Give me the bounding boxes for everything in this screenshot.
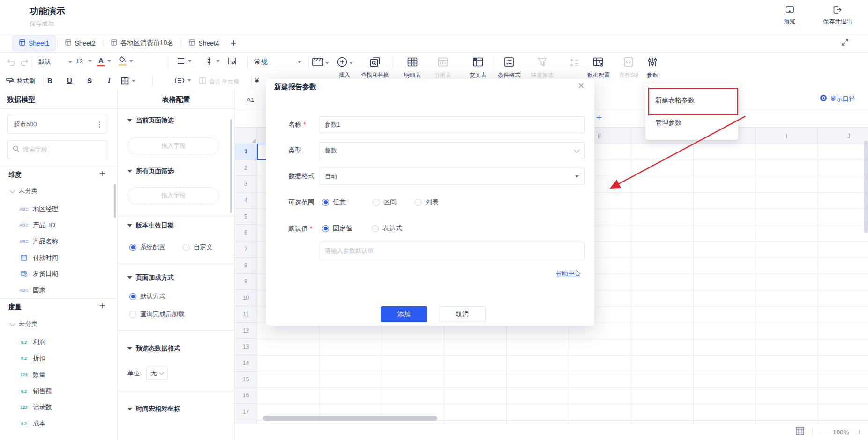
show-caliber-button[interactable]: 显示口径 <box>820 94 855 103</box>
version-option-自定义[interactable]: 自定义 <box>183 243 213 251</box>
freeze-button[interactable] <box>306 56 334 71</box>
add-parameter-button[interactable]: + <box>596 112 602 123</box>
add-dimension-button[interactable]: + <box>99 168 105 179</box>
sidebar-scrollbar[interactable] <box>114 184 116 218</box>
row-header-15[interactable]: 15 <box>235 372 257 388</box>
close-icon[interactable]: × <box>576 80 587 92</box>
row-header-17[interactable]: 17 <box>235 404 257 420</box>
config-scrollbar[interactable] <box>230 119 232 213</box>
row-header-8[interactable]: 8 <box>235 258 257 274</box>
row-header-9[interactable]: 9 <box>235 274 257 290</box>
default-option-表达式[interactable]: 表达式 <box>372 224 402 233</box>
fill-color-button[interactable] <box>119 56 133 66</box>
font-color-button[interactable]: A <box>97 56 111 66</box>
range-option-列表[interactable]: 列表 <box>415 198 439 206</box>
section-current-page-filter[interactable]: 当前页面筛选 <box>127 116 174 125</box>
field-item-国家[interactable]: ABC国家 <box>0 282 114 299</box>
measure-group-toggle[interactable]: 未分类 <box>10 320 38 328</box>
name-input[interactable]: 参数1 <box>319 116 585 133</box>
column-header-J[interactable]: J <box>818 128 868 144</box>
row-header-1[interactable]: 1 <box>235 144 257 160</box>
column-header-I[interactable]: I <box>756 128 818 144</box>
row-header-10[interactable]: 10 <box>235 290 257 306</box>
tab-Sheet2[interactable]: Sheet2 <box>59 36 102 51</box>
row-header-2[interactable]: 2 <box>235 160 257 176</box>
menu-item-管理参数[interactable]: 管理参数 <box>645 113 738 133</box>
merge-cells-button[interactable]: 合并单元格 <box>209 77 239 86</box>
conditional-format-button[interactable]: 条件格式 <box>495 56 523 79</box>
add-button[interactable]: 添加 <box>381 306 427 322</box>
version-option-系统配置[interactable]: 系统配置 <box>129 243 165 251</box>
loading-option-查询完成后加载[interactable]: 查询完成后加载 <box>129 310 185 319</box>
grid-toggle-icon[interactable] <box>795 426 805 438</box>
indent-button[interactable] <box>174 77 191 84</box>
drop-field-zone[interactable]: 拖入字段 <box>128 187 219 204</box>
add-measure-button[interactable]: + <box>99 300 105 311</box>
save-exit-button[interactable]: 保存并退出 <box>823 5 853 26</box>
zoom-in-button[interactable]: + <box>856 427 861 437</box>
find-replace-button[interactable]: 查找和替换 <box>361 56 389 79</box>
vertical-scrollbar[interactable] <box>864 141 868 233</box>
field-item-付款时间[interactable]: 付款时间 <box>0 250 114 266</box>
format-painter-button[interactable]: 格式刷 <box>6 77 35 85</box>
cross-table-button[interactable]: 交叉表 <box>464 56 492 79</box>
horizontal-scrollbar[interactable] <box>263 416 437 421</box>
params-button[interactable]: 参数 <box>638 56 666 79</box>
row-header-13[interactable]: 13 <box>235 339 257 355</box>
row-header-14[interactable]: 14 <box>235 355 257 372</box>
field-item-发货日期[interactable]: 发货日期 <box>0 266 114 282</box>
section-time-macro[interactable]: 时间宏相对坐标 <box>127 405 180 413</box>
row-header-7[interactable]: 7 <box>235 241 257 258</box>
field-item-销售额[interactable]: 0.2销售额 <box>0 383 114 399</box>
help-center-link[interactable]: 帮助中心 <box>556 269 580 278</box>
row-header-12[interactable]: 12 <box>235 323 257 339</box>
range-option-任意[interactable]: 任意 <box>322 198 346 206</box>
row-header-3[interactable]: 3 <box>235 176 257 192</box>
group-table-button[interactable]: 分组表 <box>429 56 457 79</box>
section-preview-format[interactable]: 预览态数据格式 <box>127 344 180 353</box>
font-family-select[interactable]: 默认 <box>38 58 72 66</box>
undo-icon[interactable] <box>7 58 16 68</box>
field-item-地区经理[interactable]: ABC地区经理 <box>0 201 114 217</box>
format-select[interactable]: 自动 <box>319 168 585 185</box>
section-page-loading[interactable]: 页面加载方式 <box>127 273 174 282</box>
detail-table-button[interactable]: 明细表 <box>398 56 427 79</box>
row-header-11[interactable]: 11 <box>235 306 257 323</box>
dimension-group-toggle[interactable]: 未分类 <box>10 187 38 195</box>
field-search-input[interactable]: 搜索字段 <box>7 140 107 159</box>
row-header-16[interactable]: 16 <box>235 388 257 404</box>
wrap-text-icon[interactable] <box>227 57 237 67</box>
default-value-input[interactable]: 请输入参数默认值 <box>319 243 585 259</box>
select-all-corner[interactable] <box>235 128 257 144</box>
field-item-产品名称[interactable]: ABC产品名称 <box>0 233 114 250</box>
dataset-select[interactable]: 超市500 <box>7 115 107 134</box>
drop-field-zone[interactable]: 拖入字段 <box>128 137 219 154</box>
field-item-利润[interactable]: 0.2利润 <box>0 334 114 350</box>
font-size-select[interactable]: 12 <box>76 58 92 65</box>
zoom-out-button[interactable]: − <box>820 427 825 437</box>
kebab-menu-icon[interactable] <box>98 121 101 129</box>
bold-button[interactable]: B <box>47 76 52 84</box>
expand-icon[interactable] <box>841 38 849 48</box>
section-all-page-filter[interactable]: 所有页面筛选 <box>127 167 174 175</box>
type-select[interactable]: 整数 <box>319 142 585 159</box>
underline-button[interactable]: U <box>67 76 72 84</box>
unit-select[interactable]: 无 <box>146 367 168 380</box>
field-item-折扣[interactable]: 0.2折扣 <box>0 350 114 367</box>
data-config-button[interactable]: 数据配置 <box>584 56 613 79</box>
field-item-成本[interactable]: 0.2成本 <box>0 416 114 432</box>
preview-button[interactable]: 预览 <box>784 5 795 26</box>
tab-Sheet4[interactable]: Sheet4 <box>182 36 225 51</box>
currency-format-button[interactable]: ¥ <box>255 76 259 84</box>
tab-各地区消费前10名[interactable]: 各地区消费前10名 <box>105 36 180 51</box>
field-item-记录数[interactable]: 123记录数 <box>0 399 114 416</box>
row-header-5[interactable]: 5 <box>235 209 257 225</box>
insert-button[interactable]: 插入 <box>330 56 359 79</box>
number-format-select[interactable]: 常规 <box>254 58 301 66</box>
vertical-align-button[interactable] <box>205 57 220 65</box>
redo-icon[interactable] <box>20 58 29 68</box>
name-box[interactable]: A1 <box>235 90 266 109</box>
field-item-数量[interactable]: 123数量 <box>0 366 114 383</box>
quick-filter-button[interactable]: 快速筛选 <box>528 56 556 79</box>
horizontal-align-button[interactable] <box>177 57 192 65</box>
